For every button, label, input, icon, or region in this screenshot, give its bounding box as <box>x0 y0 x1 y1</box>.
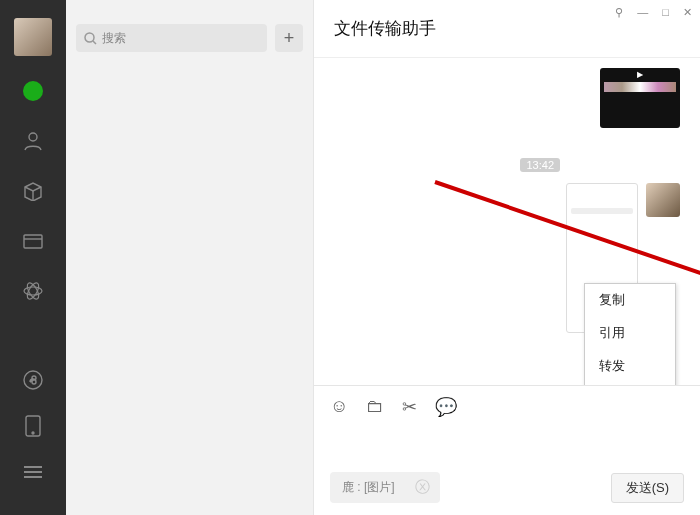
timestamp: 13:42 <box>520 158 560 172</box>
svg-point-1 <box>29 133 37 141</box>
nav-sidebar <box>0 0 66 515</box>
close-button[interactable]: ✕ <box>683 6 692 19</box>
add-button[interactable]: + <box>275 24 303 52</box>
emoji-icon[interactable]: ☺ <box>330 396 348 418</box>
folder-icon[interactable] <box>20 228 46 254</box>
miniprogram-icon[interactable] <box>20 367 46 393</box>
send-button[interactable]: 发送(S) <box>611 473 684 503</box>
history-icon[interactable]: 💬 <box>435 396 457 418</box>
input-bar: ☺ 🗀 ✂ 💬 鹿 : [图片] ⓧ 发送(S) <box>314 385 700 515</box>
quote-close-icon[interactable]: ⓧ <box>415 478 430 497</box>
chat-title: 文件传输助手 <box>334 17 436 40</box>
phone-icon[interactable] <box>20 413 46 439</box>
svg-rect-2 <box>24 235 42 248</box>
search-input[interactable]: 搜索 <box>76 24 267 52</box>
context-menu-favorite[interactable]: 收藏 <box>585 383 675 385</box>
avatar[interactable] <box>14 18 52 56</box>
svg-point-9 <box>85 33 94 42</box>
quote-pill: 鹿 : [图片] ⓧ <box>330 472 440 503</box>
chat-body: 13:42 复制 引用 转发 收藏 编辑 多选 另存为... 删除 <box>314 58 700 385</box>
pin-icon[interactable]: ⚲ <box>615 6 623 19</box>
message-image-1[interactable] <box>600 68 680 128</box>
menu-icon[interactable] <box>20 459 46 485</box>
chat-panel: 文件传输助手 ⚲ — □ ✕ 13:42 复制 引用 转发 收藏 编辑 <box>314 0 700 515</box>
quote-text: 鹿 : [图片] <box>342 479 395 496</box>
context-menu-quote[interactable]: 引用 <box>585 317 675 350</box>
sender-avatar[interactable] <box>646 183 680 217</box>
box-icon[interactable] <box>20 178 46 204</box>
contacts-icon[interactable] <box>20 128 46 154</box>
svg-point-8 <box>32 432 34 434</box>
maximize-button[interactable]: □ <box>662 6 669 19</box>
context-menu: 复制 引用 转发 收藏 编辑 多选 另存为... 删除 <box>584 283 676 385</box>
chat-icon[interactable] <box>20 78 46 104</box>
scissors-icon[interactable]: ✂ <box>402 396 417 418</box>
context-menu-copy[interactable]: 复制 <box>585 284 675 317</box>
titlebar: 文件传输助手 ⚲ — □ ✕ <box>314 0 700 58</box>
search-placeholder: 搜索 <box>102 30 126 47</box>
file-icon[interactable]: 🗀 <box>366 396 384 418</box>
svg-point-0 <box>23 81 43 101</box>
minimize-button[interactable]: — <box>637 6 648 19</box>
svg-point-3 <box>24 287 42 295</box>
atom-icon[interactable] <box>20 278 46 304</box>
context-menu-forward[interactable]: 转发 <box>585 350 675 383</box>
conversation-list-panel: 搜索 + <box>66 0 314 515</box>
